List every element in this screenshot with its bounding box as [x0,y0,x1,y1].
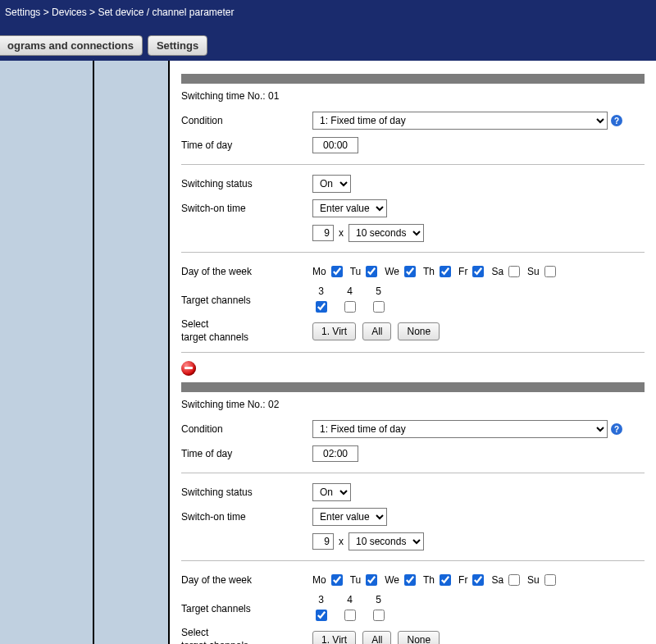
day-mo-label: Mo [312,574,326,586]
chan-4-label: 4 [347,285,353,297]
switch-on-time-label: Switch-on time [181,511,312,523]
day-fr-checkbox[interactable] [472,266,484,277]
tab-row: ograms and connections Settings [0,35,207,56]
chan-5-checkbox[interactable] [373,301,385,313]
switching-status-label: Switching status [181,178,312,190]
day-tu-label: Tu [350,574,362,586]
chan-5-label: 5 [376,594,381,605]
day-th-label: Th [423,266,435,277]
condition-label: Condition [181,115,312,126]
day-fr-label: Fr [458,266,467,277]
day-sa-label: Sa [491,574,503,586]
day-tu-label: Tu [350,266,362,277]
time-of-day-label: Time of day [181,139,312,151]
chan-4-checkbox[interactable] [344,610,356,621]
first-virt-button[interactable]: 1. Virt [312,322,356,340]
target-channels-label: Target channels [181,295,312,306]
chan-5-checkbox[interactable] [373,610,385,621]
switch-on-time-label: Switch-on time [181,203,312,214]
time-of-day-label: Time of day [181,448,312,459]
first-virt-button[interactable]: 1. Virt [312,631,356,644]
day-mo-label: Mo [312,266,326,277]
day-tu-checkbox[interactable] [366,574,377,586]
time-of-day-input[interactable] [312,137,358,153]
separator [181,164,645,165]
section-divider-bar [181,74,645,84]
all-button[interactable]: All [362,631,391,644]
day-mo-checkbox[interactable] [331,266,343,277]
chan-4-checkbox[interactable] [344,301,356,313]
mid-gap [94,61,168,644]
day-fr-checkbox[interactable] [472,574,484,586]
condition-select[interactable]: 1: Fixed time of day [312,420,608,438]
separator [181,252,645,253]
day-su-label: Su [527,266,540,277]
day-fr-label: Fr [458,574,467,586]
day-mo-checkbox[interactable] [331,574,343,586]
section-divider-bar [181,382,645,392]
chan-3-checkbox[interactable] [316,301,327,313]
chan-3-label: 3 [318,594,324,605]
content-panel: Switching time No.: 01 Condition 1: Fixe… [168,61,656,644]
day-su-label: Su [527,574,540,586]
day-of-week-group: Mo Tu We Th Fr Sa Su [312,263,558,280]
condition-label: Condition [181,423,312,435]
target-channels-label: Target channels [181,603,312,614]
day-sa-checkbox[interactable] [508,266,520,277]
all-button[interactable]: All [362,322,391,340]
top-bar: Settings > Devices > Set device / channe… [0,0,656,61]
switching-time-title: Switching time No.: 02 [181,399,645,410]
unit-select[interactable]: 10 seconds [348,224,424,242]
day-th-label: Th [423,574,435,586]
switching-status-label: Switching status [181,486,312,498]
stop-icon[interactable] [181,361,196,376]
day-su-checkbox[interactable] [544,266,556,277]
switch-on-time-select[interactable]: Enter value [312,508,387,526]
separator [181,560,645,561]
left-panel [0,61,94,644]
day-of-week-group: Mo Tu We Th Fr Sa Su [312,572,558,588]
target-channels-group: 3 4 5 [312,285,387,315]
multiplier-input[interactable] [312,533,334,550]
day-we-label: We [385,266,399,277]
tab-settings[interactable]: Settings [148,35,207,56]
help-icon[interactable]: ? [611,423,622,435]
separator [181,473,645,473]
multiplier-input[interactable] [312,225,334,241]
separator [181,352,645,353]
day-we-checkbox[interactable] [404,266,416,277]
select-target-channels-label: Select target channels [181,318,312,344]
none-button[interactable]: None [398,631,440,644]
day-th-checkbox[interactable] [440,574,451,586]
select-target-channels-label: Select target channels [181,627,312,644]
time-of-day-input[interactable] [312,445,358,462]
breadcrumb: Settings > Devices > Set device / channe… [0,0,656,25]
tab-programs-connections[interactable]: ograms and connections [0,35,143,56]
day-sa-label: Sa [491,266,503,277]
switching-status-select[interactable]: On [312,175,351,193]
target-channels-group: 3 4 5 [312,594,387,623]
multiply-symbol: x [339,536,344,547]
switch-on-time-select[interactable]: Enter value [312,199,387,217]
chan-3-checkbox[interactable] [316,610,327,621]
multiply-symbol: x [339,227,344,239]
switching-status-select[interactable]: On [312,483,351,501]
unit-select[interactable]: 10 seconds [348,532,424,550]
day-of-week-label: Day of the week [181,266,312,277]
day-tu-checkbox[interactable] [366,266,377,277]
condition-select[interactable]: 1: Fixed time of day [312,112,608,130]
day-of-week-label: Day of the week [181,574,312,586]
chan-5-label: 5 [376,285,381,297]
switching-time-title: Switching time No.: 01 [181,90,645,102]
day-sa-checkbox[interactable] [508,574,520,586]
day-su-checkbox[interactable] [544,574,556,586]
chan-3-label: 3 [318,285,324,297]
day-we-checkbox[interactable] [404,574,416,586]
help-icon[interactable]: ? [611,115,622,126]
day-we-label: We [385,574,399,586]
none-button[interactable]: None [398,322,440,340]
chan-4-label: 4 [347,594,353,605]
day-th-checkbox[interactable] [440,266,451,277]
